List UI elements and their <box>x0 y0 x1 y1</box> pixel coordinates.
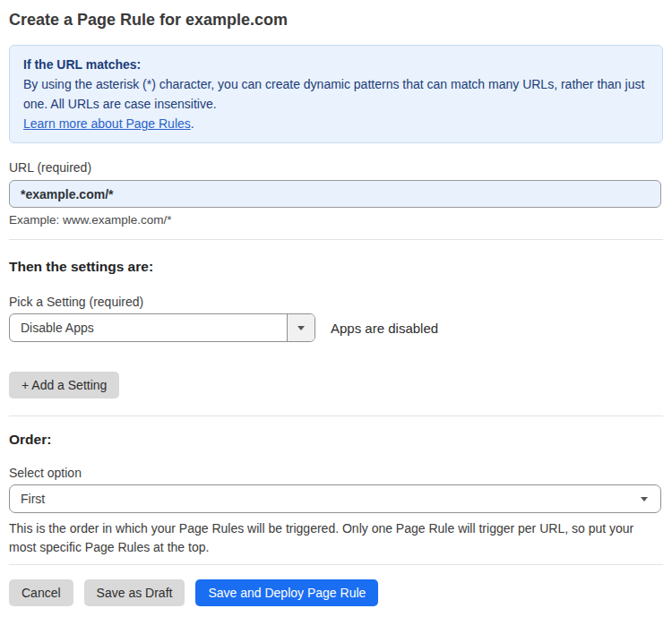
save-deploy-button[interactable]: Save and Deploy Page Rule <box>195 579 378 606</box>
setting-select[interactable]: Disable Apps <box>9 313 315 342</box>
order-heading: Order: <box>9 432 663 448</box>
save-draft-button[interactable]: Save as Draft <box>84 579 185 606</box>
pick-setting-label: Pick a Setting (required) <box>9 295 663 309</box>
setting-select-value: Disable Apps <box>10 321 287 335</box>
settings-heading: Then the settings are: <box>9 259 663 275</box>
order-select[interactable]: First <box>9 484 661 513</box>
caret-down-icon <box>641 497 648 501</box>
action-buttons: Cancel Save as Draft Save and Deploy Pag… <box>9 579 663 606</box>
setting-select-caret-button[interactable] <box>287 314 314 341</box>
url-label: URL (required) <box>9 160 663 175</box>
divider <box>9 564 663 565</box>
setting-row: Disable Apps Apps are disabled <box>9 313 663 342</box>
learn-more-link[interactable]: Learn more about Page Rules <box>23 116 191 131</box>
info-box-link-line: Learn more about Page Rules. <box>23 114 649 133</box>
divider <box>9 239 663 240</box>
setting-status-text: Apps are disabled <box>331 321 438 336</box>
page-rule-form: Create a Page Rule for example.com If th… <box>9 9 663 606</box>
select-option-label: Select option <box>9 466 663 480</box>
info-box-body: By using the asterisk (*) character, you… <box>23 74 649 114</box>
caret-down-icon <box>297 326 305 330</box>
url-helper: Example: www.example.com/* <box>9 213 663 227</box>
order-select-value: First <box>10 492 641 506</box>
page-title: Create a Page Rule for example.com <box>9 9 663 31</box>
url-match-info-box: If the URL matches: By using the asteris… <box>9 45 663 143</box>
order-helper: This is the order in which your Page Rul… <box>9 519 663 557</box>
info-box-heading: If the URL matches: <box>23 55 649 74</box>
url-input[interactable] <box>9 180 661 208</box>
cancel-button[interactable]: Cancel <box>9 579 73 606</box>
divider <box>9 416 663 416</box>
link-period: . <box>191 116 194 131</box>
add-setting-button[interactable]: + Add a Setting <box>9 372 119 398</box>
